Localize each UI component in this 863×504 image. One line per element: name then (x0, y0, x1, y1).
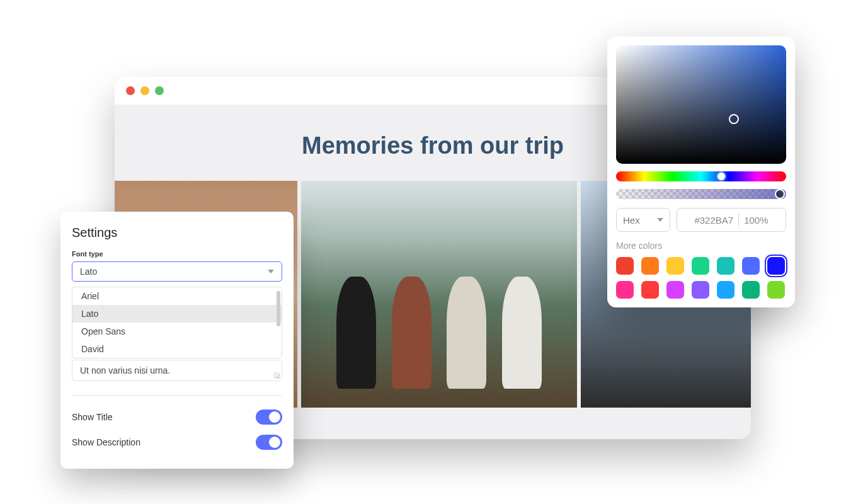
scrollbar[interactable] (277, 291, 280, 326)
photo-people (329, 264, 549, 389)
color-swatch[interactable] (641, 257, 659, 275)
more-colors-label: More colors (616, 241, 786, 251)
font-type-label: Font type (72, 250, 282, 258)
color-swatch[interactable] (717, 281, 734, 299)
font-option[interactable]: David (72, 340, 282, 358)
alpha-cursor-icon[interactable] (775, 189, 785, 199)
separator (738, 214, 739, 226)
color-swatch[interactable] (717, 257, 734, 275)
color-swatch[interactable] (692, 281, 709, 299)
resize-handle-icon[interactable] (273, 372, 280, 379)
font-option[interactable]: Lato (72, 305, 282, 323)
opacity-value: 100% (744, 215, 768, 226)
color-swatch[interactable] (742, 257, 760, 275)
font-type-select[interactable]: Lato (72, 261, 282, 282)
font-option[interactable]: Open Sans (72, 323, 282, 340)
settings-heading: Settings (72, 226, 282, 240)
show-description-label: Show Description (72, 437, 140, 447)
description-textarea[interactable]: Ut non varius nisi urna. (72, 360, 282, 381)
color-swatch[interactable] (616, 257, 634, 275)
color-swatch[interactable] (742, 281, 760, 299)
gallery-image[interactable] (301, 181, 577, 408)
color-swatch[interactable] (641, 281, 659, 299)
show-title-label: Show Title (72, 412, 113, 422)
color-swatch[interactable] (692, 257, 709, 275)
font-option[interactable]: Ariel (72, 287, 282, 305)
alpha-slider[interactable] (616, 189, 786, 199)
show-description-row: Show Description (72, 430, 282, 455)
show-title-row: Show Title (72, 404, 282, 430)
swatches-grid (616, 257, 786, 299)
saturation-area[interactable] (616, 45, 786, 164)
chevron-down-icon (268, 270, 274, 273)
color-hex-input[interactable]: #322BA7 100% (677, 208, 786, 232)
color-swatch[interactable] (666, 281, 684, 299)
font-type-selected: Lato (80, 266, 97, 277)
color-swatch[interactable] (767, 257, 785, 275)
saturation-cursor-icon[interactable] (729, 114, 739, 124)
window-close-icon[interactable] (126, 86, 135, 95)
hex-value: #322BA7 (694, 215, 733, 226)
hue-slider[interactable] (616, 171, 786, 181)
font-type-dropdown: Ariel Lato Open Sans David (72, 287, 282, 358)
color-swatch[interactable] (767, 281, 785, 299)
hue-cursor-icon[interactable] (716, 171, 726, 181)
settings-panel: Settings Font type Lato Ariel Lato Open … (60, 212, 294, 469)
color-format-value: Hex (623, 215, 640, 226)
color-swatch[interactable] (616, 281, 634, 299)
color-swatch[interactable] (666, 257, 684, 275)
color-picker-panel: Hex #322BA7 100% More colors (607, 37, 795, 307)
chevron-down-icon (657, 218, 663, 222)
show-title-toggle[interactable] (256, 410, 282, 425)
window-minimize-icon[interactable] (140, 86, 149, 95)
color-input-row: Hex #322BA7 100% (616, 208, 786, 232)
show-description-toggle[interactable] (256, 435, 282, 450)
divider (72, 395, 282, 396)
window-zoom-icon[interactable] (155, 86, 164, 95)
color-format-select[interactable]: Hex (616, 208, 670, 232)
